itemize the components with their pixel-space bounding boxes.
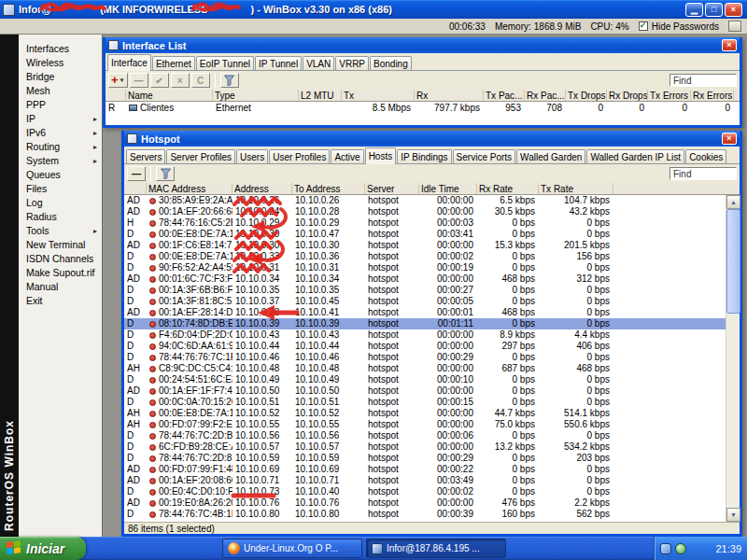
table-row[interactable]: AD00:FD:07:99:F1:4810.10.0.6910.10.0.69h… [124,464,726,475]
table-row[interactable]: AD30:85:A9:E9:2A:AD10.10.0.2610.10.0.26h… [124,195,726,206]
enable-button[interactable]: ✔ [150,73,169,88]
comment-button[interactable]: C [191,73,210,88]
sidebar-item-ipv6[interactable]: IPv6▸ [19,126,102,140]
column-header-address[interactable]: Address [233,183,292,194]
sidebar-item-make-supout-rif[interactable]: Make Supout.rif [19,266,102,280]
remove-button[interactable]: — [130,73,148,88]
column-header-to-address[interactable]: To Address [292,183,365,194]
column-header-tx-errors[interactable]: Tx Errors [648,90,691,101]
add-button[interactable]: +▼ [108,73,128,88]
column-header-server[interactable]: Server [365,183,419,194]
sidebar-item-exit[interactable]: Exit [19,294,102,308]
tab-active[interactable]: Active [331,149,363,163]
taskbar-window-browser[interactable]: Under-Linux.Org O P... [222,539,362,558]
tab-server-profiles[interactable]: Server Profiles [166,149,235,163]
maximize-button[interactable]: □ [705,3,723,17]
table-row[interactable]: D00:24:54:51:6C:E310.10.0.4910.10.0.49ho… [124,374,726,385]
tab-vlan[interactable]: VLAN [303,56,334,70]
sidebar-item-system[interactable]: System▸ [19,154,102,168]
table-row[interactable]: D6C:FD:B9:28:CE:AF10.10.0.5710.10.0.57ho… [124,441,726,453]
table-row[interactable]: AD00:1A:EF:1F:F7:4A10.10.0.5010.10.0.50h… [124,385,726,397]
column-header-idle-time[interactable]: Idle Time [419,183,477,194]
tab-user-profiles[interactable]: User Profiles [269,149,330,163]
disable-button[interactable]: × [171,73,190,88]
column-header-l2-mtu[interactable]: L2 MTU [299,90,342,101]
interface-window-titlebar[interactable]: Interface List × [106,37,740,53]
filter-button[interactable] [156,166,175,181]
remove-host-button[interactable]: — [127,166,146,181]
tab-ip-tunnel[interactable]: IP Tunnel [255,56,302,70]
table-row[interactable]: D78:44:76:76:7C:1F10.10.0.4610.10.0.46ho… [124,352,726,363]
column-header-rx-rate[interactable]: Rx Rate [477,183,539,194]
tab-cookies[interactable]: Cookies [685,149,726,163]
table-row[interactable]: AD00:01:6C:7C:F3:F810.10.0.3410.10.0.34h… [124,273,726,285]
column-header-type[interactable]: Type [213,90,299,101]
tab-walled-garden[interactable]: Walled Garden [516,149,585,163]
sidebar-item-routing[interactable]: Routing▸ [19,140,102,154]
interface-close-button[interactable]: × [722,39,737,51]
sidebar-item-manual[interactable]: Manual [19,280,102,294]
table-row[interactable]: D00:1A:3F:81:8C:5E10.10.0.3710.10.0.45ho… [124,296,726,307]
sidebar-item-isdn-channels[interactable]: ISDN Channels [19,252,102,266]
minimize-button[interactable]: ▁ [685,3,703,17]
table-row[interactable]: AH00:FD:07:99:F2:E910.10.0.5510.10.0.55h… [124,419,726,430]
table-row[interactable]: D90:F6:52:A2:A4:5910.10.0.3110.10.0.31ho… [124,262,726,273]
table-row[interactable]: AD00:1A:EF:20:08:6C10.10.0.7110.10.0.71h… [124,475,726,486]
table-row[interactable]: RClientesEthernet8.5 Mbps797.7 kbps95370… [106,102,740,114]
column-header-rx-pac[interactable]: Rx Pac... [525,90,566,101]
column-header-flags[interactable] [106,90,126,101]
tab-interface[interactable]: Interface [107,54,151,71]
tray-icon-1[interactable] [660,543,671,554]
tab-users[interactable]: Users [236,149,268,163]
tab-walled-garden-ip-list[interactable]: Walled Garden IP List [586,149,684,163]
sidebar-item-ip[interactable]: IP▸ [19,112,102,126]
scroll-up-button[interactable]: ▲ [726,195,740,209]
tab-eoip-tunnel[interactable]: EoIP Tunnel [196,56,254,70]
table-row[interactable]: AD00:1F:C6:E8:14:7310.10.0.3010.10.0.30h… [124,240,726,251]
vertical-scrollbar[interactable]: ▲ ▼ [726,195,740,522]
sidebar-item-files[interactable]: Files [19,182,102,196]
sidebar-item-mesh[interactable]: Mesh [19,84,102,98]
table-row[interactable]: AD00:1A:EF:28:14:D810.10.0.3810.10.0.41h… [124,307,726,318]
table-row[interactable]: D00:0E:E8:DE:7A:1110.10.0.3310.10.0.36ho… [124,251,726,262]
close-button[interactable]: × [725,3,742,17]
table-row[interactable]: D00:1A:3F:6B:B6:F010.10.0.3510.10.0.35ho… [124,285,726,296]
filter-button[interactable] [220,73,239,88]
table-row[interactable]: AH00:0E:E8:DE:7A:1110.10.0.5210.10.0.52h… [124,408,726,419]
column-header-mac-address[interactable]: MAC Address [147,183,233,194]
sidebar-item-radius[interactable]: Radius [19,210,102,224]
hide-passwords-checkbox[interactable] [639,21,648,31]
column-header-rx[interactable]: Rx [415,90,484,101]
tab-ethernet[interactable]: Ethernet [152,56,195,70]
table-row[interactable]: AD00:1A:EF:20:66:6810.10.0.2410.10.0.28h… [124,206,726,217]
tab-servers[interactable]: Servers [126,149,165,163]
column-header-name[interactable]: Name [126,90,213,101]
table-row[interactable]: D78:44:76:7C:2D:B310.10.0.5610.10.0.56ho… [124,430,726,441]
column-header-tx-rate[interactable]: Tx Rate [539,183,613,194]
column-header-tx[interactable]: Tx [342,90,415,101]
taskbar-window-winbox[interactable]: Infor@187.86.4.195 ... [366,539,506,558]
hotspot-window-titlebar[interactable]: Hotspot × [124,131,740,147]
column-header-rx-drops[interactable]: Rx Drops [607,90,648,101]
hotspot-close-button[interactable]: × [722,133,737,145]
table-row[interactable]: D94:0C:6D:AA:61:9B10.10.0.4410.10.0.44ho… [124,341,726,352]
column-header-rx-errors[interactable]: Rx Errors [691,90,734,101]
column-header-flags[interactable] [124,183,147,194]
find-input[interactable] [669,74,737,87]
table-row[interactable]: D00:E0:4C:D0:10:F710.10.0.7310.10.0.40ho… [124,486,726,497]
scroll-down-button[interactable]: ▼ [726,508,740,522]
table-row[interactable]: DF4:6D:04:DF:2D:CA10.10.0.4310.10.0.43ho… [124,329,726,341]
start-button[interactable]: Iniciar [0,537,86,560]
tab-hosts[interactable]: Hosts [365,147,397,164]
table-row[interactable]: AD00:19:E0:8A:26:2010.10.0.7610.10.0.76h… [124,497,726,509]
table-row[interactable]: D08:10:74:8D:DB:EA10.10.0.3910.10.0.39ho… [124,318,726,329]
table-row[interactable]: D00:0C:0A:70:15:2610.10.0.5110.10.0.51ho… [124,397,726,408]
find-input[interactable] [669,167,737,180]
sidebar-item-queues[interactable]: Queues [19,168,102,182]
tab-service-ports[interactable]: Service Ports [453,149,515,163]
tab-ip-bindings[interactable]: IP Bindings [397,149,451,163]
column-header-tx-pac[interactable]: Tx Pac... [484,90,525,101]
tab-vrrp[interactable]: VRRP [335,56,369,70]
tab-bonding[interactable]: Bonding [370,56,412,70]
tray-icon-2[interactable] [675,543,686,554]
